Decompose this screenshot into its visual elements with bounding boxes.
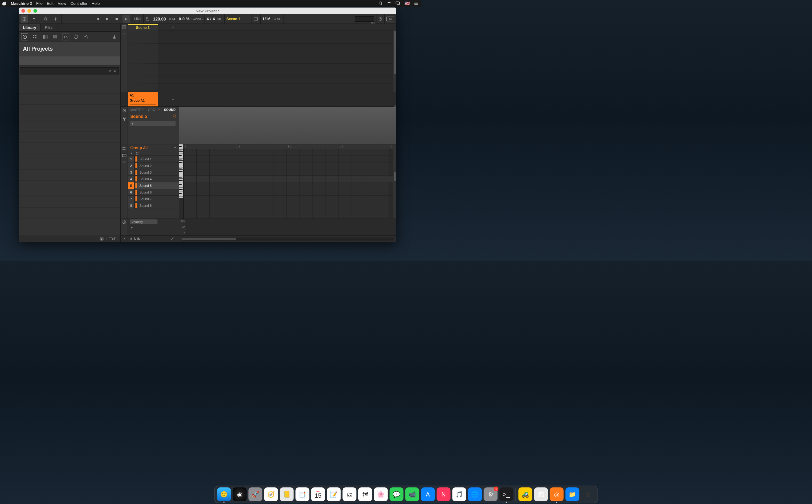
menu-view[interactable]: View [58, 1, 66, 6]
velocity-label[interactable]: Velocity [130, 219, 157, 224]
filter-sounds-icon[interactable] [42, 33, 49, 40]
search-clear-icon[interactable]: ✕ [109, 69, 112, 73]
sound-row-2[interactable]: 2Sound 2 [128, 162, 179, 169]
window-titlebar[interactable]: New Project * [19, 8, 396, 14]
macos-menubar: Maschine 2 File Edit View Controller Hel… [0, 0, 421, 7]
current-sound-name[interactable]: Sound 5 [130, 114, 147, 119]
wave-view-icon[interactable] [122, 159, 126, 164]
browser-results[interactable] [19, 77, 120, 235]
target-icon[interactable] [122, 109, 126, 114]
follow-button[interactable] [252, 14, 261, 24]
tempo-value[interactable]: 120.00 [153, 17, 166, 21]
eject-icon[interactable] [121, 238, 128, 241]
transport-restart[interactable] [93, 15, 101, 23]
sound-pad-icon[interactable] [136, 151, 139, 156]
swing-value[interactable]: 0.0 % [179, 17, 190, 21]
user-content-icon[interactable] [111, 33, 118, 40]
plugin-display[interactable] [179, 107, 396, 144]
info-icon[interactable]: i [99, 237, 104, 241]
sound-row-8[interactable]: 8Sound 8 [128, 202, 179, 209]
metronome-button[interactable] [144, 14, 151, 24]
pads-view-icon[interactable] [122, 146, 126, 150]
automation-toggle-icon[interactable] [121, 219, 128, 235]
add-scene[interactable]: + [158, 24, 188, 30]
toolbar-scene[interactable]: Scene 1 [226, 17, 240, 21]
sharp-icon[interactable]: # [130, 237, 132, 241]
sound-row-6[interactable]: 6Sound 6 [128, 189, 179, 196]
audio-engine-button[interactable] [376, 14, 384, 24]
screenshare-icon[interactable] [395, 1, 400, 5]
filter-fx-icon[interactable]: FX [62, 33, 69, 40]
pencil-icon[interactable] [168, 237, 176, 241]
timesig-value[interactable]: 4 / 4 [207, 17, 215, 21]
browser-filter-bar[interactable] [19, 56, 120, 65]
keyboard-view-icon[interactable] [122, 153, 126, 157]
scene-scrollbar[interactable] [393, 30, 396, 92]
tab-sound[interactable]: SOUND [164, 108, 176, 112]
add-modulation[interactable]: + [130, 225, 177, 230]
ideas-view-icon[interactable] [122, 25, 126, 29]
svg-rect-30 [137, 152, 138, 153]
piano-keys[interactable]: 5 4 [179, 144, 183, 219]
ni-logo[interactable]: NI [386, 17, 394, 21]
transport-record[interactable] [113, 15, 121, 23]
browser-search[interactable]: ✕ ★ [21, 67, 118, 74]
window-title: New Project * [19, 9, 396, 13]
link-button[interactable]: LINK [132, 14, 144, 24]
song-view-icon[interactable] [122, 31, 126, 35]
horizontal-scrollbar[interactable] [182, 238, 394, 241]
sound-row-3[interactable]: 3Sound 3 [128, 169, 179, 176]
search-toolbar-button[interactable] [42, 15, 50, 23]
pattern-scrollbar[interactable] [393, 144, 396, 219]
quantize-value[interactable]: 1/16 [262, 17, 270, 21]
filter-samples-icon[interactable] [83, 33, 90, 40]
maschine-logo-button[interactable] [21, 15, 28, 23]
dropdown-icon[interactable] [30, 15, 38, 23]
browser-title[interactable]: All Projects [19, 42, 120, 56]
menu-controller[interactable]: Controller [70, 1, 87, 6]
filter-groups-icon[interactable] [31, 33, 39, 40]
resize-handle[interactable] [393, 103, 396, 106]
add-plugin-slot[interactable]: + [130, 121, 175, 126]
scene-lanes[interactable] [128, 30, 393, 92]
time-ruler[interactable]: 11.21.31.42 [183, 144, 393, 149]
pattern-grid[interactable]: 11.21.31.42 [183, 144, 393, 219]
input-icon[interactable] [387, 1, 391, 5]
menu-extra-icon[interactable] [414, 1, 419, 5]
svg-point-21 [114, 35, 115, 37]
menu-file[interactable]: File [36, 1, 43, 6]
search-favorite-icon[interactable]: ★ [113, 69, 116, 73]
spotlight-icon[interactable] [378, 1, 383, 5]
svg-point-12 [24, 36, 25, 37]
pattern-group-header[interactable]: Group A1▼ [128, 144, 179, 151]
tab-master[interactable]: MASTER [130, 108, 144, 112]
tab-files[interactable]: Files [41, 24, 58, 31]
edit-button[interactable]: EDIT [106, 237, 118, 241]
sound-mute-icon[interactable] [130, 151, 133, 156]
mixer-icon[interactable] [52, 15, 59, 23]
apple-menu[interactable] [2, 1, 7, 5]
menu-edit[interactable]: Edit [47, 1, 53, 6]
plug-icon[interactable] [122, 117, 126, 122]
tab-group[interactable]: GROUP [148, 108, 160, 112]
app-name-menu[interactable]: Maschine 2 [11, 1, 32, 6]
sound-row-4[interactable]: 4Sound 4 [128, 176, 179, 182]
sound-row-5[interactable]: 5Sound 5 [128, 182, 179, 189]
tab-library[interactable]: Library [19, 24, 41, 31]
filter-instruments-icon[interactable] [52, 33, 59, 40]
scene-1[interactable]: Scene 1 [128, 24, 158, 30]
filter-loops-icon[interactable] [72, 33, 80, 40]
transport-play[interactable] [103, 15, 111, 23]
sound-row-7[interactable]: 7Sound 7 [128, 196, 179, 202]
chevron-down-icon[interactable]: ▼ [174, 146, 176, 149]
velocity-canvas[interactable] [186, 219, 396, 235]
transport-loop[interactable] [122, 15, 130, 23]
add-group[interactable]: + [158, 92, 188, 106]
grid-resolution[interactable]: 1/16 [134, 237, 140, 241]
input-source-icon[interactable]: 🇺🇸 [404, 1, 410, 6]
filter-projects-icon[interactable] [21, 33, 28, 40]
sound-search-icon[interactable] [173, 114, 176, 119]
group-a1[interactable]: A1 Group A1 [128, 92, 158, 106]
menu-help[interactable]: Help [92, 1, 100, 6]
sound-row-1[interactable]: 1Sound 1 [128, 156, 179, 162]
